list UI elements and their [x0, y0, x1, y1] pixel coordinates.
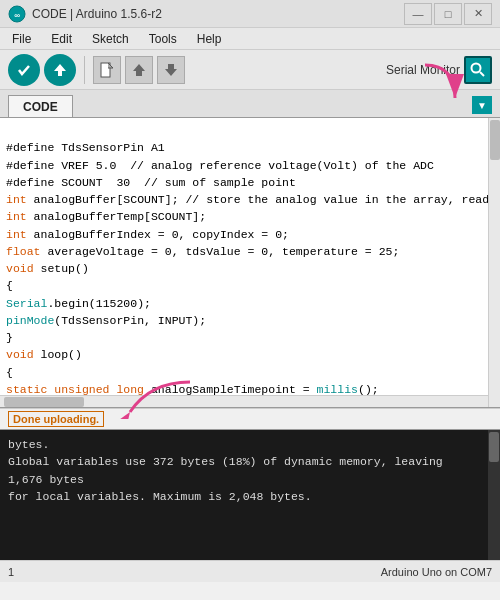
- scrollbar-thumb: [490, 120, 500, 160]
- menu-help[interactable]: Help: [193, 30, 226, 48]
- svg-marker-2: [54, 64, 66, 76]
- code-vertical-scrollbar[interactable]: [488, 118, 500, 407]
- title-bar: ∞ CODE | Arduino 1.5.6-r2 — □ ✕: [0, 0, 500, 28]
- console-content: bytes. Global variables use 372 bytes (1…: [8, 436, 492, 505]
- bottom-status-bar: 1 Arduino Uno on COM7: [0, 560, 500, 582]
- open-button[interactable]: [125, 56, 153, 84]
- save-button[interactable]: [157, 56, 185, 84]
- toolbar-separator: [84, 56, 85, 84]
- serial-monitor-label: Serial Monitor: [386, 63, 460, 77]
- magnifier-icon: [470, 62, 486, 78]
- toolbar: Serial Monitor: [0, 50, 500, 90]
- console-scrollbar-thumb: [489, 432, 499, 462]
- code-tab-label: CODE: [23, 100, 58, 114]
- svg-point-6: [472, 63, 481, 72]
- console-scrollbar[interactable]: [488, 430, 500, 560]
- console-area: bytes. Global variables use 372 bytes (1…: [0, 430, 500, 560]
- menu-edit[interactable]: Edit: [47, 30, 76, 48]
- menu-sketch[interactable]: Sketch: [88, 30, 133, 48]
- svg-text:∞: ∞: [14, 11, 20, 20]
- verify-icon: [16, 62, 32, 78]
- bottom-board-info: Arduino Uno on COM7: [381, 566, 492, 578]
- minimize-button[interactable]: —: [404, 3, 432, 25]
- title-text: CODE | Arduino 1.5.6-r2: [32, 7, 404, 21]
- done-uploading-label: Done uploading.: [8, 411, 104, 427]
- code-tab[interactable]: CODE: [8, 95, 73, 117]
- new-button[interactable]: [93, 56, 121, 84]
- menu-bar: File Edit Sketch Tools Help: [0, 28, 500, 50]
- upload-icon: [52, 62, 68, 78]
- status-bar: Done uploading.: [0, 408, 500, 430]
- code-editor: #define TdsSensorPin A1 #define VREF 5.0…: [0, 118, 500, 408]
- serial-monitor-button[interactable]: [464, 56, 492, 84]
- code-tab-bar: CODE ▼: [0, 90, 500, 118]
- tab-dropdown-icon: ▼: [477, 100, 487, 111]
- menu-tools[interactable]: Tools: [145, 30, 181, 48]
- open-icon: [131, 63, 147, 77]
- maximize-button[interactable]: □: [434, 3, 462, 25]
- new-icon: [100, 62, 114, 78]
- svg-marker-5: [165, 64, 177, 76]
- serial-monitor-area: Serial Monitor: [386, 56, 492, 84]
- console-line-1: bytes.: [8, 436, 476, 453]
- close-button[interactable]: ✕: [464, 3, 492, 25]
- menu-file[interactable]: File: [8, 30, 35, 48]
- console-line-3: for local variables. Maximum is 2,048 by…: [8, 488, 476, 505]
- upload-button[interactable]: [44, 54, 76, 86]
- save-icon: [163, 63, 179, 77]
- tab-dropdown-button[interactable]: ▼: [472, 96, 492, 114]
- svg-line-7: [480, 72, 484, 76]
- scrollbar-thumb-x: [4, 397, 84, 407]
- code-horizontal-scrollbar[interactable]: [0, 395, 488, 407]
- bottom-line-number: 1: [8, 566, 381, 578]
- code-content[interactable]: #define TdsSensorPin A1 #define VREF 5.0…: [0, 118, 500, 407]
- window-controls: — □ ✕: [404, 3, 492, 25]
- verify-button[interactable]: [8, 54, 40, 86]
- console-line-2: Global variables use 372 bytes (18%) of …: [8, 453, 476, 488]
- arduino-logo: ∞: [8, 5, 26, 23]
- svg-marker-4: [133, 64, 145, 76]
